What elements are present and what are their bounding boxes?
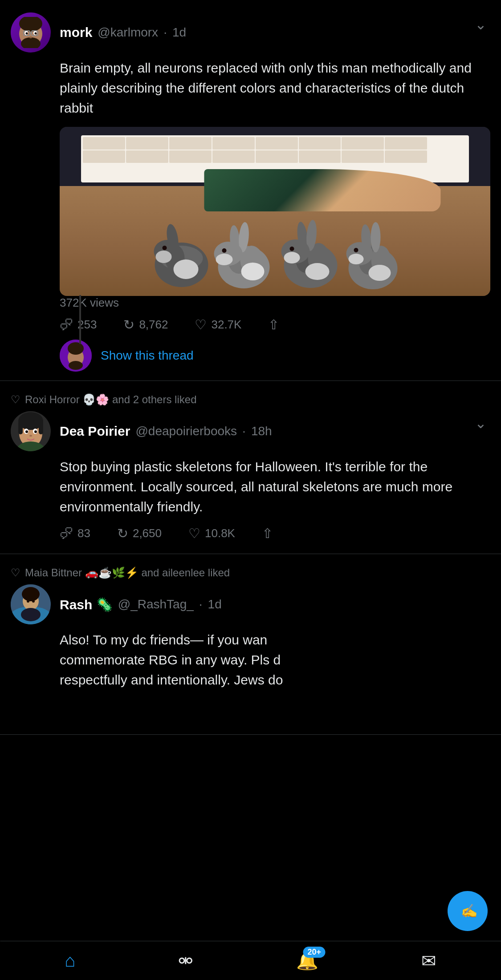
tweet-2-header-left: Dea Poirier @deapoirierbooks · 18h bbox=[11, 411, 272, 451]
tweet-2-time: 18h bbox=[251, 424, 272, 438]
tweet-3-text: Also! To my dc friends— if you wancommem… bbox=[60, 630, 490, 690]
tweet-3-time: 1d bbox=[208, 597, 222, 611]
svg-point-59 bbox=[29, 435, 32, 437]
reply-icon-2: 🗪 bbox=[60, 526, 73, 541]
tweet-3-header: Rash 🦠 @_RashTag_ · 1d bbox=[11, 584, 490, 624]
tweet-1-image[interactable] bbox=[60, 127, 490, 296]
svg-point-5 bbox=[26, 32, 28, 35]
tweet-2-liked-by: ♡ Roxi Horror 💀🌸 and 2 others liked bbox=[11, 393, 490, 406]
avatar-rash[interactable] bbox=[11, 584, 51, 624]
tweet-2-header: Dea Poirier @deapoirierbooks · 18h ⌄ bbox=[11, 411, 490, 451]
tweet-2-reply-count: 83 bbox=[77, 526, 90, 540]
feed: mork @karlmorx · 1d ⌄ Brain empty, all n… bbox=[0, 0, 501, 793]
svg-point-17 bbox=[156, 251, 172, 263]
svg-point-36 bbox=[290, 247, 294, 251]
tweet-3-username-row: Rash 🦠 @_RashTag_ · 1d bbox=[60, 597, 222, 612]
avatar-thread-illustration bbox=[60, 340, 92, 372]
tweet-3: ♡ Maia Bittner 🚗☕🌿⚡ and aileenlee liked bbox=[0, 554, 501, 735]
tweet-2-share-action[interactable]: ⇧ bbox=[262, 526, 273, 541]
svg-point-58 bbox=[34, 430, 37, 433]
svg-point-45 bbox=[354, 248, 358, 252]
tweet-1-user-info: mork @karlmorx · 1d bbox=[60, 25, 186, 40]
tweet-1-reply-action[interactable]: 🗪 253 bbox=[60, 317, 97, 332]
tweet-1-like-action[interactable]: ♡ 32.7K bbox=[195, 317, 241, 332]
tweet-1-actions: 🗪 253 ↻ 8,762 ♡ 32.7K ⇧ bbox=[60, 317, 490, 332]
tweet-3-dot: · bbox=[199, 597, 203, 611]
share-icon: ⇧ bbox=[268, 317, 279, 332]
avatar-dea[interactable] bbox=[11, 411, 51, 451]
tweet-3-display-name[interactable]: Rash 🦠 bbox=[60, 597, 113, 612]
tweet-1-retweet-action[interactable]: ↻ 8,762 bbox=[123, 317, 168, 332]
show-thread-link[interactable]: Show this thread bbox=[101, 348, 194, 363]
retweet-icon-2: ↻ bbox=[117, 526, 128, 541]
svg-point-6 bbox=[35, 32, 37, 35]
tweet-3-liked-names: Maia Bittner 🚗☕🌿⚡ and aileenlee liked bbox=[25, 567, 230, 579]
tweet-2-retweet-count: 2,650 bbox=[133, 526, 162, 540]
tweet-1-handle[interactable]: @karlmorx bbox=[98, 25, 158, 40]
retweet-icon: ↻ bbox=[123, 317, 134, 332]
svg-point-48 bbox=[68, 342, 84, 355]
tweet-2-more-button[interactable]: ⌄ bbox=[471, 411, 490, 435]
tweet-2-reply-action[interactable]: 🗪 83 bbox=[60, 526, 90, 541]
tweet-2-body: Stop buying plastic skeletons for Hallow… bbox=[60, 457, 490, 541]
thread-line bbox=[79, 295, 81, 344]
tweet-1-display-name[interactable]: mork bbox=[60, 25, 92, 40]
svg-point-26 bbox=[216, 254, 233, 265]
tweet-1-header-left: mork @karlmorx · 1d bbox=[11, 12, 186, 53]
svg-point-14 bbox=[174, 259, 199, 279]
rabbits-illustration bbox=[60, 127, 490, 296]
tweet-2-actions: 🗪 83 ↻ 2,650 ♡ 10.8K ⇧ bbox=[60, 526, 490, 541]
share-icon-2: ⇧ bbox=[262, 526, 273, 541]
tweet-2-like-action[interactable]: ♡ 10.8K bbox=[188, 526, 235, 541]
like-icon: ♡ bbox=[195, 317, 207, 332]
tweet-2-liked-names: Roxi Horror 💀🌸 and 2 others liked bbox=[25, 393, 196, 406]
tweet-1-header: mork @karlmorx · 1d ⌄ bbox=[11, 12, 490, 53]
svg-point-18 bbox=[163, 246, 167, 250]
tweet-3-user-info: Rash 🦠 @_RashTag_ · 1d bbox=[60, 597, 222, 612]
svg-point-67 bbox=[32, 600, 35, 603]
tweet-1-body: Brain empty, all neurons replaced with o… bbox=[60, 58, 490, 372]
tweet-3-header-left: Rash 🦠 @_RashTag_ · 1d bbox=[11, 584, 222, 624]
svg-point-65 bbox=[21, 608, 41, 621]
reply-icon: 🗪 bbox=[60, 317, 73, 332]
like-icon-2: ♡ bbox=[188, 526, 200, 541]
avatar-rash-illustration bbox=[11, 584, 51, 624]
svg-point-40 bbox=[369, 265, 391, 281]
tweet-3-liked-by: ♡ Maia Bittner 🚗☕🌿⚡ and aileenlee liked bbox=[11, 567, 490, 579]
svg-point-49 bbox=[69, 361, 83, 370]
tweet-2-text: Stop buying plastic skeletons for Hallow… bbox=[60, 457, 490, 517]
tweet-2-retweet-action[interactable]: ↻ 2,650 bbox=[117, 526, 162, 541]
svg-point-44 bbox=[349, 254, 364, 264]
svg-point-66 bbox=[27, 600, 29, 603]
svg-rect-54 bbox=[39, 421, 43, 434]
avatar-mork-illustration bbox=[15, 17, 46, 48]
thread-row: Show this thread bbox=[60, 340, 490, 372]
tweet-2: ♡ Roxi Horror 💀🌸 and 2 others liked bbox=[0, 381, 501, 554]
tweet-1: mork @karlmorx · 1d ⌄ Brain empty, all n… bbox=[0, 0, 501, 381]
avatar-thread[interactable] bbox=[60, 340, 92, 372]
svg-point-64 bbox=[22, 587, 40, 601]
tweet-3-handle[interactable]: @_RashTag_ bbox=[118, 597, 194, 611]
svg-rect-53 bbox=[18, 421, 23, 434]
avatar-mork[interactable] bbox=[11, 12, 51, 53]
tweet-1-like-count: 32.7K bbox=[211, 318, 241, 332]
svg-point-31 bbox=[305, 263, 330, 280]
tweet-2-handle[interactable]: @deapoirierbooks bbox=[135, 424, 237, 438]
svg-point-27 bbox=[222, 248, 227, 253]
avatar-dea-illustration bbox=[11, 411, 51, 451]
svg-point-10 bbox=[29, 36, 32, 38]
tweet-3-body: Also! To my dc friends— if you wancommem… bbox=[60, 630, 490, 690]
tweet-1-retweet-count: 8,762 bbox=[139, 318, 168, 332]
svg-point-57 bbox=[25, 430, 28, 433]
tweet-2-like-count: 10.8K bbox=[205, 526, 235, 540]
tweet-2-dot: · bbox=[242, 424, 246, 438]
tweet-1-more-button[interactable]: ⌄ bbox=[471, 12, 490, 36]
tweet-1-views: 372K views bbox=[60, 296, 490, 310]
tweet-2-user-info: Dea Poirier @deapoirierbooks · 18h bbox=[60, 424, 272, 439]
svg-point-35 bbox=[284, 252, 300, 263]
tweet-2-display-name[interactable]: Dea Poirier bbox=[60, 424, 130, 439]
tweet-1-share-action[interactable]: ⇧ bbox=[268, 317, 279, 332]
svg-point-42 bbox=[371, 222, 381, 252]
tweet-1-text: Brain empty, all neurons replaced with o… bbox=[60, 58, 490, 118]
tweet-2-username-row: Dea Poirier @deapoirierbooks · 18h bbox=[60, 424, 272, 439]
